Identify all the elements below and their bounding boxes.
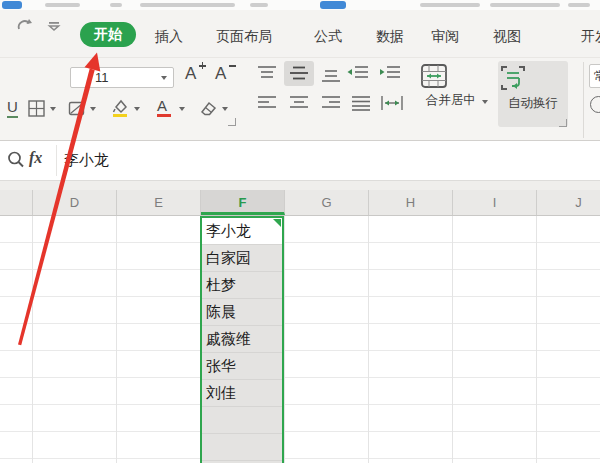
cell-F1[interactable]: 李小龙	[202, 218, 282, 245]
plus-icon	[202, 62, 204, 69]
grow-font-button[interactable]: A	[185, 64, 196, 84]
formula-grid-gap	[0, 181, 600, 190]
borders-grid-icon	[28, 100, 45, 117]
chevron-down-icon	[482, 100, 488, 104]
align-right-icon[interactable]	[320, 95, 342, 111]
grid-vline	[536, 216, 537, 463]
wrap-text-icon	[498, 63, 568, 93]
alignment-dialog-launcher-icon[interactable]	[559, 119, 567, 127]
tab-page-layout[interactable]: 页面布局	[216, 28, 272, 46]
number-format-combo[interactable]: 常	[589, 64, 600, 88]
eraser-icon	[198, 99, 218, 117]
column-headers: DEFGHIJ	[0, 190, 600, 216]
cell-F5[interactable]: 戚薇维	[202, 326, 282, 353]
chevron-down-icon[interactable]	[222, 107, 228, 111]
cell-F3[interactable]: 杜梦	[202, 272, 282, 299]
align-bottom-icon[interactable]	[320, 67, 342, 83]
font-size-value: 11	[95, 70, 109, 85]
align-middle-button[interactable]	[284, 61, 314, 86]
align-top-icon[interactable]	[256, 65, 278, 81]
currency-format-icon[interactable]	[590, 96, 600, 113]
align-left-icon[interactable]	[256, 95, 278, 111]
redo-icon[interactable]	[16, 18, 34, 34]
borders-button[interactable]	[28, 100, 45, 124]
tab-developer[interactable]: 开发工	[581, 28, 600, 46]
chevron-down-icon[interactable]	[179, 107, 185, 111]
fx-button[interactable]: fx	[29, 149, 42, 167]
selected-column-F[interactable]: 李小龙白家园杜梦陈晨戚薇维张华刘佳	[200, 216, 284, 463]
flash-fill-flag-icon	[273, 219, 281, 227]
titlebar-text-blur	[568, 3, 590, 7]
paint-bucket-icon	[110, 98, 130, 118]
font-dialog-launcher-icon[interactable]	[228, 118, 236, 126]
grid-vline	[116, 216, 117, 463]
titlebar-text-blur	[420, 3, 480, 7]
column-header-G[interactable]: G	[285, 190, 369, 215]
red-color-bar	[157, 114, 171, 117]
justify-icon[interactable]	[350, 95, 372, 111]
tab-formulas[interactable]: 公式	[314, 28, 342, 46]
cell-F7[interactable]: 刘佳	[202, 380, 282, 407]
tab-insert[interactable]: 插入	[155, 28, 183, 46]
spreadsheet-grid[interactable]: 李小龙白家园杜梦陈晨戚薇维张华刘佳	[0, 216, 600, 463]
chevron-down-icon	[161, 76, 167, 80]
titlebar-text-blur	[250, 3, 268, 7]
ribbon-tab-bar: 开始插入页面布局公式数据审阅视图开发工	[0, 10, 600, 57]
column-header-I[interactable]: I	[453, 190, 537, 215]
increase-indent-icon[interactable]	[378, 65, 402, 81]
column-header-E[interactable]: E	[117, 190, 201, 215]
tab-view[interactable]: 视图	[493, 28, 521, 46]
column-header-D[interactable]: D	[33, 190, 117, 215]
merge-center-icon	[420, 63, 494, 89]
titlebar-tab-chip	[320, 1, 346, 9]
column-header-partial[interactable]	[0, 190, 33, 215]
eraser-button[interactable]	[198, 99, 218, 123]
cell-F2[interactable]: 白家园	[202, 245, 282, 272]
tab-review[interactable]: 审阅	[431, 28, 459, 46]
font-size-combo[interactable]: 11	[70, 67, 174, 88]
merge-center-button[interactable]: 合并居中	[420, 63, 494, 121]
chevron-down-icon[interactable]	[134, 107, 140, 111]
titlebar-text-blur	[110, 3, 122, 7]
ribbon-divider	[583, 62, 584, 138]
ribbon-home: 11 A A U	[0, 57, 600, 141]
cell-style-button[interactable]	[68, 100, 85, 124]
titlebar-tab-chip	[2, 1, 22, 9]
underline-button[interactable]: U	[7, 98, 18, 122]
grid-vline	[368, 216, 369, 463]
column-header-H[interactable]: H	[369, 190, 453, 215]
grid-vline	[32, 216, 33, 463]
font-color-button[interactable]: A	[157, 98, 171, 122]
cell-F4[interactable]: 陈晨	[202, 299, 282, 326]
fill-color-button[interactable]	[110, 98, 130, 122]
magnifier-icon[interactable]	[6, 150, 26, 170]
formula-bar-divider	[56, 145, 57, 176]
column-header-F[interactable]: F	[201, 190, 285, 215]
cell-F8[interactable]	[202, 407, 282, 434]
shrink-font-button[interactable]: A	[215, 64, 226, 84]
tab-home[interactable]: 开始	[80, 22, 136, 47]
chevron-down-icon[interactable]	[90, 107, 96, 111]
titlebar-text-blur	[490, 3, 560, 7]
cell-F9[interactable]	[202, 434, 282, 461]
align-center-icon[interactable]	[288, 95, 310, 111]
titlebar-text-blur	[45, 3, 80, 7]
titlebar-remnant	[0, 0, 600, 10]
formula-input[interactable]: 李小龙	[64, 151, 109, 170]
grid-vline	[452, 216, 453, 463]
distribute-text-icon[interactable]	[380, 95, 404, 111]
minus-icon	[229, 65, 236, 67]
grid-vline	[284, 216, 285, 463]
collapse-ribbon-icon[interactable]	[47, 21, 61, 32]
column-header-J[interactable]: J	[537, 190, 600, 215]
titlebar-text-blur	[140, 3, 235, 7]
chevron-down-icon[interactable]	[50, 107, 56, 111]
wrap-text-button[interactable]: 自动换行	[498, 61, 568, 127]
diagonal-cell-icon	[68, 100, 85, 117]
tab-data[interactable]: 数据	[376, 28, 404, 46]
cell-F6[interactable]: 张华	[202, 353, 282, 380]
formula-bar: fx 李小龙	[0, 141, 600, 181]
decrease-indent-icon[interactable]	[346, 65, 370, 81]
